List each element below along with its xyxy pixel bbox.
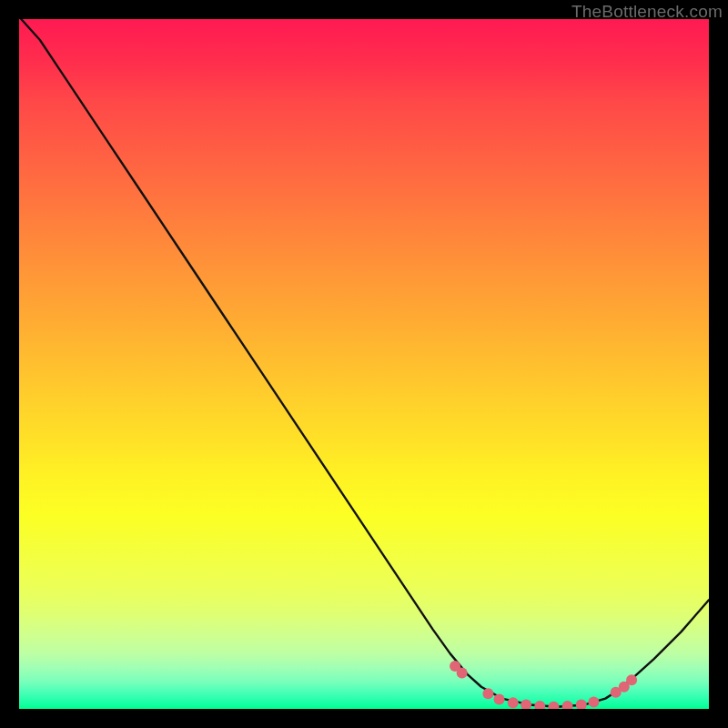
plot-area <box>19 19 709 709</box>
bottleneck-curve <box>21 19 709 707</box>
curve-marker <box>494 693 505 704</box>
curve-marker <box>562 701 573 709</box>
curve-marker <box>457 668 468 679</box>
curve-marker <box>548 702 559 709</box>
curve-marker <box>626 674 637 685</box>
chart-frame: TheBottleneck.com <box>0 0 728 728</box>
curve-layer <box>19 19 709 709</box>
curve-marker <box>576 699 587 709</box>
curve-marker <box>534 701 545 709</box>
curve-marker <box>508 697 519 708</box>
curve-marker <box>482 688 493 699</box>
curve-marker <box>588 696 599 707</box>
curve-marker <box>521 699 531 709</box>
